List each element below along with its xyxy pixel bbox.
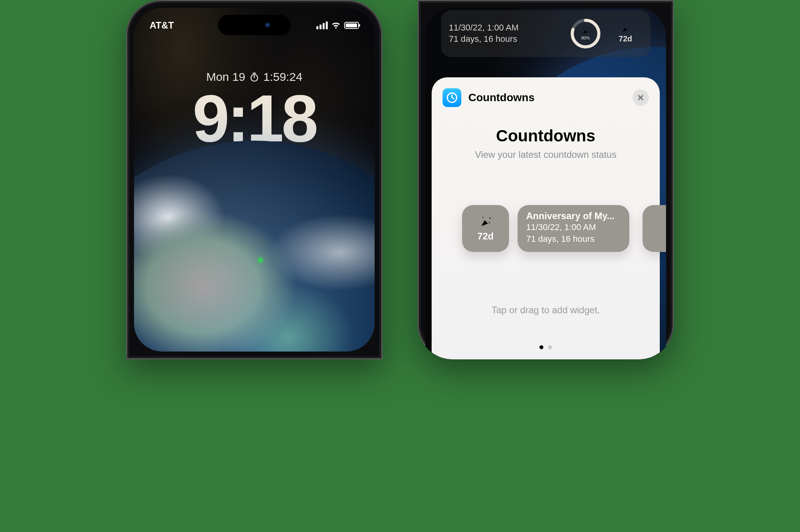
selected-widget-row[interactable]: 11/30/22, 1:00 AM 71 days, 16 hours 80% …: [441, 10, 650, 57]
page-dot[interactable]: [539, 345, 543, 349]
widget-gallery[interactable]: 72d Anniversary of My... 11/30/22, 1:00 …: [443, 205, 649, 252]
top-widget-datetime: 11/30/22, 1:00 AM: [449, 22, 563, 34]
gallery-rect-remaining: 71 days, 16 hours: [526, 233, 621, 245]
widget-sheet: Countdowns Countdowns View your latest c…: [432, 77, 660, 359]
widget-picker-screen: 11/30/22, 1:00 AM 71 days, 16 hours 80% …: [425, 8, 666, 359]
top-badge-widget[interactable]: 72d: [608, 16, 643, 51]
gallery-small-widget[interactable]: 72d: [462, 205, 509, 252]
confetti-icon: [581, 27, 590, 36]
top-widget-remaining: 71 days, 16 hours: [449, 34, 563, 45]
cellular-signal-icon: [316, 21, 328, 29]
sheet-hint: Tap or drag to add widget.: [443, 305, 649, 316]
phone-right: 11/30/22, 1:00 AM 71 days, 16 hours 80% …: [418, 0, 674, 359]
ring-percent-label: 80%: [581, 36, 590, 40]
top-ring-widget[interactable]: 80%: [568, 16, 603, 51]
battery-icon: [344, 22, 359, 29]
confetti-icon: [479, 215, 492, 229]
page-indicator[interactable]: [443, 345, 649, 349]
gallery-rect-datetime: 11/30/22, 1:00 AM: [526, 221, 621, 233]
location-dot-icon: [258, 258, 263, 262]
gallery-rect-widget[interactable]: Anniversary of My... 11/30/22, 1:00 AM 7…: [518, 205, 629, 252]
close-button[interactable]: [632, 89, 649, 106]
sheet-subtitle: View your latest countdown status: [443, 149, 649, 160]
gallery-peek-widget[interactable]: [643, 205, 666, 252]
sheet-title: Countdowns: [443, 127, 649, 145]
page-dot[interactable]: [548, 345, 552, 349]
dynamic-island[interactable]: [218, 15, 291, 35]
gallery-rect-title: Anniversary of My...: [526, 211, 621, 221]
close-icon: [637, 94, 644, 101]
wifi-icon: [331, 21, 341, 29]
carrier-label: AT&T: [150, 20, 174, 31]
sheet-app-name: Countdowns: [468, 91, 625, 104]
top-badge-days: 72d: [619, 34, 632, 43]
countdowns-app-icon: [443, 88, 461, 107]
gallery-small-days: 72d: [477, 231, 493, 242]
earth-wallpaper: [134, 141, 375, 352]
phone-left: AT&T Mon 19 1:59:24 9:18 Anniversary of …: [126, 0, 382, 359]
confetti-icon: [621, 24, 630, 34]
lock-screen[interactable]: AT&T Mon 19 1:59:24 9:18 Anniversary of …: [134, 8, 375, 352]
